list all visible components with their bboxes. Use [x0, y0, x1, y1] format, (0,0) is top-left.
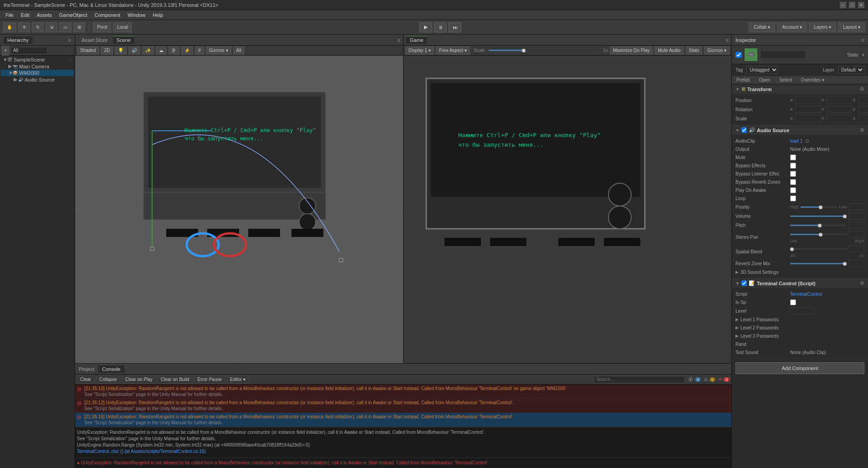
reverb-input[interactable]: 1 — [848, 260, 864, 267]
object-name-input[interactable]: WM2000 — [760, 51, 806, 59]
tag-select[interactable]: Untagged — [746, 66, 778, 74]
bypass-listener-checkbox[interactable] — [790, 171, 796, 177]
game-gizmos-button[interactable]: Gizmos ▾ — [704, 46, 730, 55]
scene-grid-button[interactable]: # — [195, 46, 204, 55]
tab-project[interactable]: Project — [75, 365, 98, 373]
tab-game[interactable]: Game — [406, 36, 427, 44]
close-button[interactable]: ✕ — [858, 2, 864, 8]
error-pause-button[interactable]: Error Pause — [194, 375, 225, 384]
play-on-awake-checkbox[interactable] — [790, 187, 796, 193]
tree-expand-audio[interactable]: ▶ — [14, 77, 18, 82]
layout-button[interactable]: Layout ▾ — [838, 22, 865, 32]
search-button[interactable]: All — [233, 46, 245, 55]
console-row-2[interactable]: ⊘ [21:35:12] UnityException: RandomRange… — [75, 399, 731, 413]
priority-val-input[interactable]: 128 — [848, 203, 864, 211]
mute-checkbox[interactable] — [790, 154, 796, 160]
hand-tool[interactable]: ✋ — [3, 22, 16, 32]
tree-item-audiosource[interactable]: ▶ 🔊 Audio Source — [1, 76, 74, 83]
pivot-button[interactable]: Pivot — [93, 22, 111, 32]
pitch-input[interactable]: 1 — [848, 221, 864, 229]
static-dropdown[interactable]: ▾ — [862, 52, 864, 57]
tree-item-wm2000[interactable]: ▼ 📦 WM2000 — [1, 70, 74, 76]
scene-menu[interactable]: ⋮ — [68, 57, 72, 62]
hierarchy-search[interactable] — [11, 47, 47, 54]
tab-hierarchy[interactable]: Hierarchy — [4, 36, 33, 44]
transform-header[interactable]: ▼ ⊞ Transform ⚙ — [732, 84, 868, 94]
position-y[interactable]: 0 — [827, 97, 852, 104]
scene-skybox-button[interactable]: ☁ — [156, 46, 167, 55]
sound-settings-row[interactable]: ▶ 3D Sound Settings — [735, 268, 864, 276]
scene-audio-button[interactable]: 🔊 — [128, 46, 140, 55]
game-menu-icon[interactable]: ≡ — [726, 37, 729, 43]
aspect-button[interactable]: Free Aspect ▾ — [436, 46, 470, 55]
rotation-x[interactable]: 0 — [796, 106, 821, 113]
scale-z[interactable]: 1 — [858, 115, 868, 122]
step-button[interactable]: ⏭ — [449, 22, 461, 32]
tree-item-samplescene[interactable]: ▼ 🎬 SampleScene ⋮ — [1, 57, 74, 63]
bypass-effects-checkbox[interactable] — [790, 163, 796, 169]
spatial-input[interactable]: 0 — [848, 245, 864, 252]
level-input[interactable]: 0 — [790, 307, 815, 314]
menu-assets[interactable]: Assets — [33, 11, 56, 19]
account-button[interactable]: Account ▾ — [777, 22, 807, 32]
audioclip-val[interactable]: load 1 — [790, 139, 802, 144]
2d-mode-button[interactable]: 2D — [101, 46, 113, 55]
inspector-menu-icon[interactable]: ≡ — [862, 37, 864, 43]
maximize-button[interactable]: □ — [849, 2, 855, 8]
minimize-button[interactable]: ─ — [840, 2, 846, 8]
scene-fog-button[interactable]: 🌫 — [168, 46, 179, 55]
spatial-slider[interactable] — [790, 248, 848, 250]
clip-picker-icon[interactable]: ⊙ — [805, 138, 809, 144]
tab-console[interactable]: Console — [98, 365, 124, 373]
stats-button[interactable]: Stats — [686, 46, 703, 55]
console-row-1[interactable]: ⊘ [21:35:10] UnityException: RandomRange… — [75, 385, 731, 399]
stereo-input[interactable]: 0 — [848, 231, 864, 238]
script-value[interactable]: TerminalControl — [790, 292, 822, 297]
editor-button[interactable]: Editor ▾ — [227, 375, 249, 384]
priority-slider[interactable] — [801, 206, 837, 208]
layer-select[interactable]: Default — [838, 66, 864, 74]
level2-row[interactable]: ▶ Level 2 Passwords — [735, 324, 864, 332]
rect-tool[interactable]: ▭ — [59, 22, 71, 32]
open-tab[interactable]: Open — [754, 76, 774, 84]
layers-button[interactable]: Layers ▾ — [809, 22, 836, 32]
audio-enabled-checkbox[interactable] — [741, 127, 747, 133]
scale-tool[interactable]: ⇲ — [46, 22, 57, 32]
prefab-tab[interactable]: Prefab — [732, 76, 754, 84]
mute-audio-button[interactable]: Mute Audio — [654, 46, 684, 55]
hierarchy-add-button[interactable]: + — [2, 46, 9, 56]
insp-checkbox[interactable] — [790, 299, 796, 305]
terminal-settings-icon[interactable]: ⚙ — [860, 280, 864, 286]
position-z[interactable]: 0 — [858, 97, 868, 104]
display-button[interactable]: Display 1 ▾ — [405, 46, 434, 55]
terminal-control-header[interactable]: ▼ 📝 Terminal Control (Script) ⚙ — [732, 278, 868, 288]
move-tool[interactable]: ✛ — [18, 22, 30, 32]
rotation-y[interactable]: 0 — [827, 106, 852, 113]
tab-scene[interactable]: Scene — [113, 36, 134, 44]
menu-gameobject[interactable]: GameObject — [56, 11, 91, 19]
position-x[interactable]: 0 — [796, 97, 821, 104]
scene-flare-button[interactable]: ⚡ — [181, 46, 193, 55]
play-button[interactable]: ▶ — [419, 22, 432, 32]
terminal-enabled-checkbox[interactable] — [741, 280, 747, 286]
rotate-tool[interactable]: ↻ — [32, 22, 44, 32]
menu-help[interactable]: Help — [149, 11, 167, 19]
bypass-reverb-checkbox[interactable] — [790, 179, 796, 185]
tree-expand-samplescene[interactable]: ▼ — [3, 57, 7, 62]
clear-on-build-button[interactable]: Clear on Build — [158, 375, 193, 384]
overrides-tab[interactable]: Overrides ▾ — [797, 76, 829, 84]
loop-checkbox[interactable] — [790, 195, 796, 201]
menu-component[interactable]: Component — [91, 11, 124, 19]
clear-on-play-button[interactable]: Clear on Play — [122, 375, 156, 384]
pitch-slider[interactable] — [790, 225, 846, 226]
collapse-button[interactable]: Collapse — [96, 375, 120, 384]
audio-source-header[interactable]: ▼ 🔊 Audio Source ⚙ — [732, 125, 868, 135]
console-search[interactable] — [594, 376, 685, 383]
menu-file[interactable]: File — [2, 11, 17, 19]
scene-menu-icon[interactable]: ≡ — [398, 37, 400, 43]
volume-slider[interactable] — [790, 216, 846, 217]
pause-button[interactable]: ⏸ — [434, 22, 447, 32]
local-button[interactable]: Local — [113, 22, 132, 32]
scale-x[interactable]: 1 — [796, 115, 821, 122]
hierarchy-menu-icon[interactable]: ≡ — [68, 37, 71, 43]
